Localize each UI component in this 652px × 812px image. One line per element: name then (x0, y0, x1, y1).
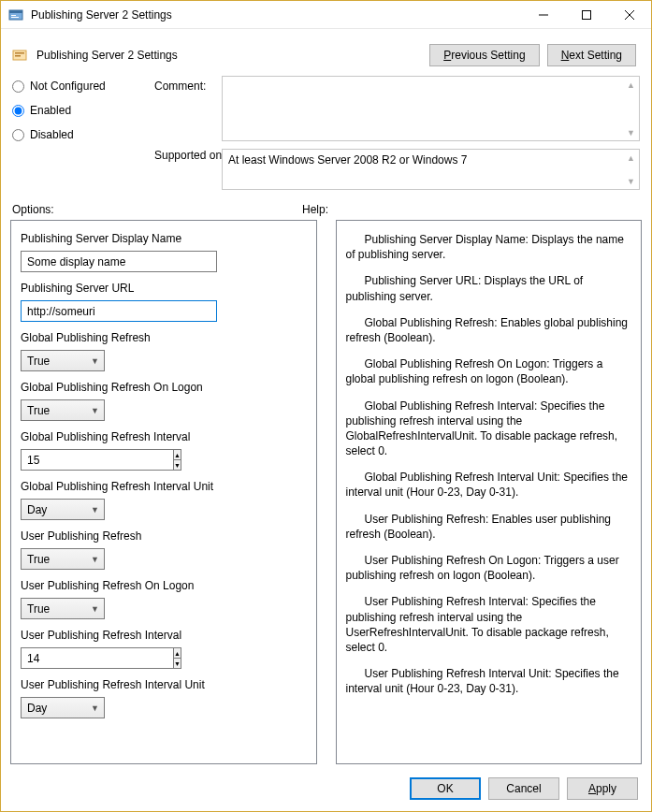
svg-rect-5 (583, 10, 591, 19)
minimize-button[interactable] (522, 1, 565, 29)
titlebar: Publishing Server 2 Settings (1, 1, 651, 29)
user-unit-label: User Publishing Refresh Interval Unit (21, 678, 307, 691)
chevron-down-icon: ▼ (91, 604, 99, 614)
spin-up-icon[interactable]: ▲ (174, 648, 181, 659)
global-refresh-select[interactable]: True▼ (21, 350, 105, 371)
scroll-up-icon[interactable]: ▲ (623, 150, 639, 166)
cancel-button[interactable]: Cancel (488, 777, 559, 800)
global-logon-select[interactable]: True▼ (21, 399, 105, 421)
scroll-down-icon[interactable]: ▼ (623, 124, 639, 140)
apply-button[interactable]: Apply (567, 777, 638, 800)
svg-rect-2 (11, 15, 16, 16)
svg-rect-3 (11, 17, 19, 18)
comment-textarea[interactable]: ▲ ▼ (222, 76, 640, 141)
app-icon (8, 7, 23, 22)
chevron-down-icon: ▼ (91, 356, 99, 366)
global-unit-select[interactable]: Day▼ (21, 499, 105, 520)
global-interval-spinner[interactable]: ▲▼ (21, 449, 123, 471)
spin-up-icon[interactable]: ▲ (174, 450, 181, 460)
user-refresh-select[interactable]: True▼ (21, 548, 105, 570)
help-text: Publishing Server URL: Displays the URL … (346, 273, 632, 303)
user-unit-select[interactable]: Day▼ (21, 697, 105, 718)
not-configured-radio[interactable]: Not Configured (12, 80, 152, 93)
display-name-input[interactable] (21, 251, 217, 272)
scroll-down-icon[interactable]: ▼ (623, 173, 639, 189)
help-text: Global Publishing Refresh: Enables globa… (346, 315, 632, 345)
options-pane: Publishing Server Display Name Publishin… (10, 220, 317, 764)
global-interval-label: Global Publishing Refresh Interval (21, 430, 307, 443)
help-text: User Publishing Refresh Interval Unit: S… (346, 666, 632, 696)
help-label: Help: (302, 203, 328, 216)
chevron-down-icon: ▼ (91, 505, 99, 515)
user-logon-select[interactable]: True▼ (21, 598, 105, 619)
display-name-label: Publishing Server Display Name (21, 232, 307, 245)
chevron-down-icon: ▼ (91, 703, 99, 713)
url-input[interactable] (21, 300, 217, 322)
spin-down-icon[interactable]: ▼ (174, 659, 181, 668)
svg-rect-9 (15, 52, 24, 54)
help-text: Global Publishing Refresh Interval Unit:… (346, 470, 632, 500)
previous-setting-button[interactable]: Previous Setting (429, 44, 539, 66)
spin-down-icon[interactable]: ▼ (174, 460, 181, 470)
supported-on-value: At least Windows Server 2008 R2 or Windo… (222, 149, 640, 190)
user-logon-label: User Publishing Refresh On Logon (21, 579, 307, 592)
help-text: Global Publishing Refresh On Logon: Trig… (346, 356, 632, 386)
maximize-button[interactable] (565, 1, 608, 29)
ok-button[interactable]: OK (410, 777, 481, 800)
global-refresh-label: Global Publishing Refresh (21, 331, 307, 344)
disabled-radio[interactable]: Disabled (12, 128, 152, 141)
help-text: Publishing Server Display Name: Displays… (346, 232, 632, 262)
svg-rect-10 (15, 55, 21, 57)
supported-on-label: Supported on: (154, 149, 220, 190)
global-unit-label: Global Publishing Refresh Interval Unit (21, 480, 307, 493)
help-pane: Publishing Server Display Name: Displays… (336, 220, 643, 764)
help-text: User Publishing Refresh Interval: Specif… (346, 594, 632, 655)
options-label: Options: (12, 203, 302, 216)
svg-rect-1 (9, 10, 22, 13)
enabled-radio[interactable]: Enabled (12, 104, 152, 117)
global-logon-label: Global Publishing Refresh On Logon (21, 381, 307, 394)
chevron-down-icon: ▼ (91, 555, 99, 564)
scroll-up-icon[interactable]: ▲ (623, 77, 639, 93)
comment-label: Comment: (154, 76, 220, 93)
help-text: User Publishing Refresh: Enables user pu… (346, 512, 632, 542)
url-label: Publishing Server URL (21, 282, 307, 295)
chevron-down-icon: ▼ (91, 406, 99, 415)
page-title: Publishing Server 2 Settings (36, 49, 420, 62)
user-interval-label: User Publishing Refresh Interval (21, 629, 307, 642)
user-refresh-label: User Publishing Refresh (21, 529, 307, 543)
window-title: Publishing Server 2 Settings (31, 8, 522, 22)
page-icon (12, 48, 27, 63)
user-interval-spinner[interactable]: ▲▼ (21, 647, 123, 669)
close-button[interactable] (608, 1, 651, 29)
help-text: Global Publishing Refresh Interval: Spec… (346, 399, 632, 459)
help-text: User Publishing Refresh On Logon: Trigge… (346, 553, 632, 583)
next-setting-button[interactable]: Next Setting (547, 44, 636, 66)
